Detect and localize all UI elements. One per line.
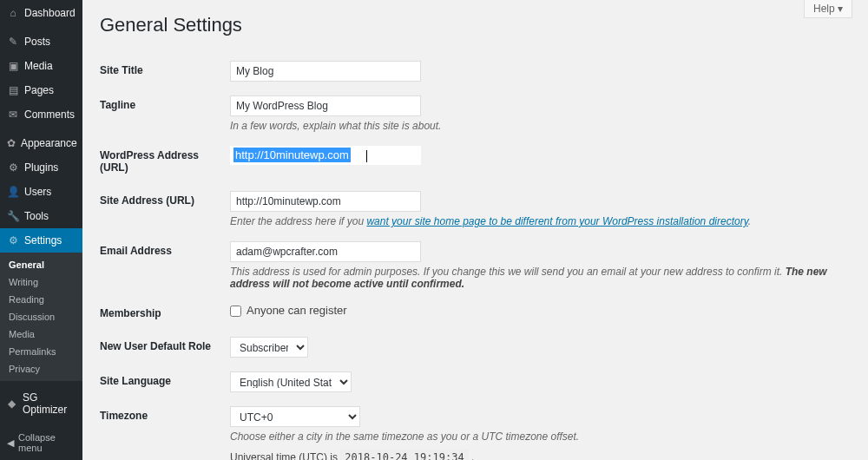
timezone-description: Choose either a city in the same timezon… [230, 430, 842, 443]
main-content: Help ▾ General Settings Site Title Tagli… [82, 0, 868, 460]
sidebar-item-media[interactable]: ▣Media [0, 54, 82, 78]
site-url-label: Site Address (URL) [100, 184, 221, 234]
sidebar-item-appearance[interactable]: ✿Appearance [0, 131, 82, 155]
media-icon: ▣ [7, 60, 19, 72]
sg-optimizer-icon: ◆ [7, 398, 17, 410]
page-title: General Settings [100, 14, 851, 36]
submenu-item-general[interactable]: General [0, 256, 82, 273]
default-role-select[interactable]: Subscriber [230, 337, 308, 358]
users-icon: 👤 [7, 186, 19, 198]
utc-time-code: 2018-10-24 19:19:34 [340, 450, 468, 460]
wp-url-selected-text: http://10minutewp.com [233, 148, 351, 162]
membership-checkbox[interactable] [230, 306, 241, 317]
timezone-label: Timezone [100, 399, 221, 460]
pages-icon: ▤ [7, 84, 19, 96]
admin-sidebar: ⌂Dashboard ✎Posts ▣Media ▤Pages ✉Comment… [0, 0, 82, 460]
dashboard-icon: ⌂ [7, 7, 19, 19]
tools-icon: 🔧 [7, 210, 19, 222]
sidebar-item-label: Comments [24, 108, 75, 121]
posts-icon: ✎ [7, 36, 19, 48]
submenu-item-media[interactable]: Media [0, 325, 82, 343]
site-title-input[interactable] [230, 61, 421, 82]
collapse-icon: ◀ [7, 437, 14, 449]
sidebar-item-label: Dashboard [24, 7, 76, 19]
tagline-input[interactable] [230, 95, 421, 116]
email-input[interactable] [230, 241, 421, 262]
sidebar-item-label: Plugins [24, 161, 58, 174]
sidebar-item-posts[interactable]: ✎Posts [0, 30, 82, 54]
site-url-description: Enter the address here if you want your … [230, 215, 842, 227]
sidebar-item-tools[interactable]: 🔧Tools [0, 204, 82, 228]
plugins-icon: ⚙ [7, 161, 19, 174]
language-select[interactable]: English (United States) [230, 371, 352, 392]
settings-form: Site Title Tagline In a few words, expla… [100, 54, 851, 460]
help-tab[interactable]: Help ▾ [804, 0, 852, 18]
settings-submenu: General Writing Reading Discussion Media… [0, 253, 82, 381]
sidebar-item-label: SG Optimizer [23, 391, 76, 416]
comments-icon: ✉ [7, 108, 19, 121]
sidebar-item-label: Settings [24, 234, 62, 246]
sidebar-item-plugins[interactable]: ⚙Plugins [0, 155, 82, 180]
email-description: This address is used for admin purposes.… [230, 266, 842, 290]
sidebar-item-dashboard[interactable]: ⌂Dashboard [0, 0, 82, 25]
text-cursor [366, 150, 367, 162]
submenu-item-discussion[interactable]: Discussion [0, 308, 82, 325]
tagline-description: In a few words, explain what this site i… [230, 120, 842, 132]
collapse-menu-button[interactable]: ◀Collapse menu [0, 425, 82, 460]
submenu-item-writing[interactable]: Writing [0, 273, 82, 291]
sidebar-item-label: Appearance [21, 137, 77, 149]
sidebar-item-label: Posts [24, 36, 50, 48]
language-label: Site Language [100, 365, 221, 399]
site-url-input[interactable] [230, 191, 421, 212]
sidebar-item-label: Media [24, 60, 53, 72]
submenu-item-reading[interactable]: Reading [0, 291, 82, 308]
sidebar-item-label: Pages [24, 84, 54, 96]
submenu-item-privacy[interactable]: Privacy [0, 360, 82, 378]
tagline-label: Tagline [100, 89, 221, 139]
sidebar-item-sg-optimizer[interactable]: ◆SG Optimizer [0, 385, 82, 422]
submenu-item-permalinks[interactable]: Permalinks [0, 343, 82, 360]
sidebar-item-label: Tools [24, 210, 49, 222]
wp-url-label: WordPress Address (URL) [100, 139, 221, 184]
membership-label: Membership [100, 297, 221, 330]
sidebar-item-comments[interactable]: ✉Comments [0, 102, 82, 127]
sidebar-item-label: Users [24, 186, 51, 198]
site-url-help-link[interactable]: want your site home page to be different… [366, 215, 747, 227]
sidebar-item-users[interactable]: 👤Users [0, 180, 82, 204]
site-title-label: Site Title [100, 54, 221, 89]
membership-checkbox-label[interactable]: Anyone can register [230, 304, 347, 317]
sidebar-item-pages[interactable]: ▤Pages [0, 78, 82, 102]
utc-time-display: Universal time (UTC) is 2018-10-24 19:19… [230, 451, 842, 460]
settings-icon: ⚙ [7, 234, 19, 246]
sidebar-item-settings[interactable]: ⚙Settings [0, 228, 82, 253]
appearance-icon: ✿ [7, 137, 16, 149]
timezone-select[interactable]: UTC+0 [230, 406, 360, 427]
email-label: Email Address [100, 234, 221, 297]
default-role-label: New User Default Role [100, 330, 221, 365]
wp-url-input[interactable]: http://10minutewp.com [230, 146, 421, 165]
